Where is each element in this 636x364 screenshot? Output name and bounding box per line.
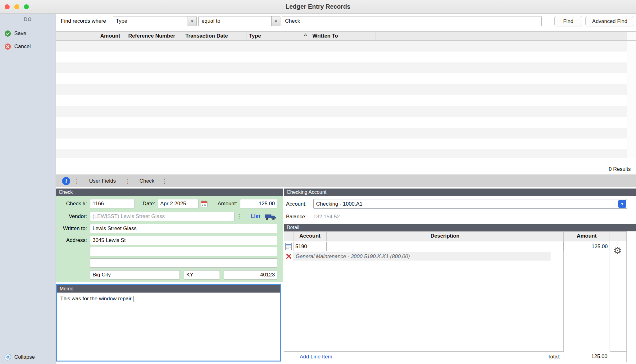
detail-column-actions	[610, 232, 626, 241]
tab-user-fields[interactable]: User Fields	[81, 175, 124, 187]
layout-tab-bar: i ⋮ User Fields ⋮ Check ⋮	[56, 175, 636, 187]
detail-left-border	[284, 241, 284, 351]
find-operator-value: equal to	[202, 16, 270, 26]
balance-label: Balance:	[286, 212, 307, 221]
save-button[interactable]: Save	[0, 29, 56, 39]
written-to-label: Written to:	[56, 224, 87, 233]
column-header-type-label: Type	[249, 33, 261, 39]
tab-options-icon[interactable]: ⋮	[74, 175, 80, 187]
collapse-button[interactable]: Collapse	[0, 350, 56, 364]
detail-row-icon-column	[284, 232, 293, 241]
add-line-item-link[interactable]: Add Line Item	[300, 352, 332, 362]
memo-text: This was for the window repair.	[60, 296, 133, 302]
memo-header: Memo	[57, 285, 280, 293]
column-header-reference-number[interactable]: Reference Number	[126, 32, 183, 40]
ledger-entry-icon[interactable]	[285, 243, 292, 251]
sidebar: DO Save Cancel Collapse	[0, 14, 56, 364]
detail-column-account: Account	[293, 232, 327, 241]
cancel-button[interactable]: Cancel	[0, 42, 56, 52]
results-scrollbar-top	[627, 32, 636, 40]
chevron-down-icon[interactable]: ▾	[188, 16, 196, 26]
tab-options-icon[interactable]: ⋮	[161, 175, 167, 187]
sidebar-section-header: DO	[0, 17, 56, 22]
check-panel-header: Check	[56, 189, 283, 196]
column-header-written-to[interactable]: Written To	[310, 32, 375, 40]
save-button-label: Save	[14, 30, 26, 37]
titlebar: Ledger Entry Records	[0, 0, 636, 14]
vendor-label: Vendor:	[56, 212, 87, 221]
line-item-description-field[interactable]	[326, 242, 564, 251]
date-label: Date:	[118, 199, 155, 208]
delete-line-x-icon[interactable]	[285, 253, 292, 260]
find-field-dropdown[interactable]: Type ▾	[113, 16, 197, 26]
balance-value: 132,154.52	[313, 212, 340, 221]
total-value: 125.00	[564, 351, 610, 362]
memo-field[interactable]: Memo This was for the window repair.	[56, 284, 281, 362]
address-line2-input[interactable]	[90, 247, 277, 256]
vendor-options-icon[interactable]: ⋮	[236, 212, 242, 221]
column-header-transaction-date[interactable]: Transaction Date	[183, 32, 247, 40]
find-operator-dropdown[interactable]: equal to ▾	[198, 16, 280, 26]
column-header-amount[interactable]: Amount	[56, 32, 126, 40]
cancel-button-label: Cancel	[14, 43, 31, 50]
state-input[interactable]	[184, 270, 220, 280]
gear-icon[interactable]: ⚙	[613, 246, 622, 255]
amount-label: Amount:	[206, 199, 237, 208]
vendor-truck-icon[interactable]	[265, 213, 276, 221]
zip-input[interactable]	[224, 270, 277, 280]
detail-footer-row: Add Line Item Total: 125.00	[284, 351, 627, 362]
amount-input[interactable]	[240, 199, 277, 208]
detail-right-border	[626, 241, 627, 351]
total-label: Total:	[547, 352, 560, 362]
find-value-input[interactable]	[282, 16, 542, 26]
sort-ascending-icon: ^	[304, 31, 307, 40]
find-records-where-label: Find records where	[61, 14, 106, 28]
window-title: Ledger Entry Records	[0, 0, 636, 13]
info-icon[interactable]: i	[62, 177, 70, 185]
detail-section-header: Detail	[284, 224, 636, 231]
address-label: Address:	[56, 236, 87, 245]
results-table-header: Amount Reference Number Transaction Date…	[56, 31, 636, 41]
detail-actions-column-line	[610, 241, 610, 351]
city-input[interactable]	[90, 270, 180, 280]
collapse-button-label: Collapse	[14, 354, 35, 360]
cancel-x-icon	[4, 43, 11, 50]
find-button[interactable]: Find	[554, 16, 582, 26]
line-item-amount-field[interactable]: 125.00	[564, 242, 610, 251]
find-bar: Find records where Type ▾ equal to ▾ ▾ F…	[56, 14, 636, 28]
detail-table-header: Account Description Amount	[284, 231, 627, 241]
written-to-input[interactable]	[90, 224, 277, 233]
app-window: Ledger Entry Records DO Save Cancel Coll…	[0, 0, 636, 364]
account-label: Account:	[286, 199, 307, 209]
checking-account-panel-header: Checking Account	[284, 189, 636, 196]
results-status-bar: 0 Results	[56, 164, 636, 175]
results-count: 0 Results	[609, 164, 631, 175]
column-header-filler	[375, 32, 627, 40]
date-input[interactable]	[158, 199, 199, 208]
find-field-value: Type	[116, 16, 186, 26]
tab-check[interactable]: Check	[130, 175, 164, 187]
vendor-list-link[interactable]: List	[248, 212, 263, 221]
account-dropdown[interactable]: Checking - 1000.A1 ▾	[313, 199, 627, 209]
detail-column-description: Description	[327, 232, 564, 241]
results-scrollbar[interactable]	[627, 41, 636, 158]
collapse-chevrons-icon	[4, 354, 11, 361]
chevron-down-icon[interactable]: ▾	[271, 16, 280, 26]
check-number-label: Check #:	[56, 199, 87, 208]
column-header-type[interactable]: Type ^	[247, 32, 310, 40]
address-line1-input[interactable]	[90, 236, 277, 245]
memo-text-area[interactable]: This was for the window repair.	[57, 293, 280, 305]
account-value: Checking - 1000.A1	[316, 199, 616, 208]
advanced-find-button[interactable]: Advanced Find	[585, 16, 634, 26]
save-check-icon	[4, 30, 11, 37]
detail-amount-column-line	[563, 241, 564, 351]
address-line3-input[interactable]	[90, 258, 277, 268]
vendor-input[interactable]	[90, 212, 234, 221]
text-cursor	[134, 296, 134, 302]
results-list	[56, 41, 636, 158]
allocation-note: General Maintenance - 3000.5190.K.K1 (80…	[293, 252, 551, 261]
detail-column-amount: Amount	[564, 232, 610, 241]
chevron-down-icon[interactable]: ▾	[618, 200, 626, 208]
line-item-account-field[interactable]: 5190	[293, 242, 326, 251]
